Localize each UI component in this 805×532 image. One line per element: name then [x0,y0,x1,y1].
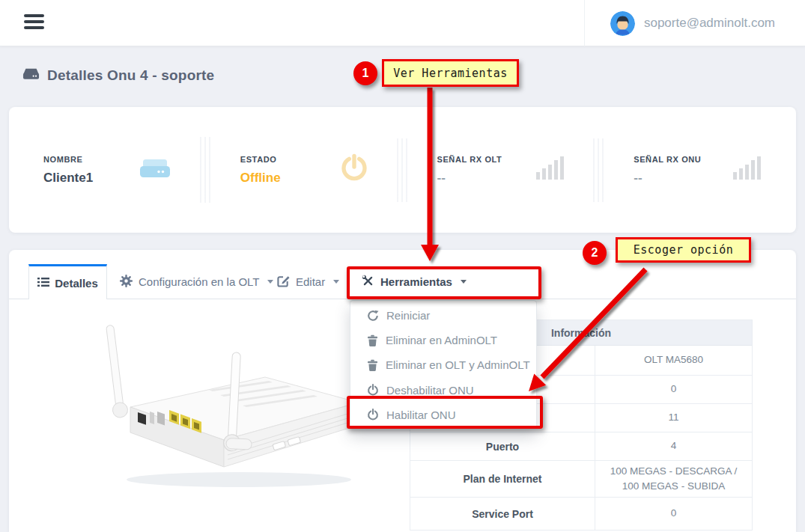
stat-value: -- [437,171,502,186]
tab-herramientas[interactable]: Herramientas [362,264,467,299]
onu-status-card: NOMBRE Cliente1 ESTADO Offline SEÑAL RX … [9,107,796,233]
stat-value: -- [634,171,701,186]
power-icon [340,153,368,186]
signal-bars-icon [732,156,762,184]
stat-value: Cliente1 [43,171,93,186]
menu-icon[interactable] [24,14,45,32]
stat-label: NOMBRE [43,155,93,164]
router-icon [139,157,171,183]
herramientas-dropdown: Reiniciar Eliminar en AdminOLT Eliminar … [350,300,537,429]
user-menu[interactable]: soporte@adminolt.com [584,0,805,46]
menu-item-reiniciar[interactable]: Reiniciar [350,303,536,328]
chevron-down-icon [461,280,467,284]
tab-detalles[interactable]: Detalles [28,264,107,299]
signal-bars-icon [535,156,565,184]
table-row: Service Port 0 [410,498,752,530]
stat-senal-rx-olt: SEÑAL RX OLT -- [403,155,600,186]
trash-icon [367,334,378,346]
table-row: Puerto 4 [410,432,752,461]
menu-item-habilitar-onu[interactable]: Habilitar ONU [350,403,536,427]
stat-label: SEÑAL RX ONU [634,155,701,164]
list-icon [37,277,49,290]
refresh-icon [367,310,379,322]
chevron-down-icon [267,280,273,284]
stat-label: SEÑAL RX OLT [437,155,502,164]
stat-senal-rx-onu: SEÑAL RX ONU -- [599,155,796,186]
hdd-icon [22,67,40,84]
edit-icon [277,275,290,290]
onu-product-image [40,311,368,498]
power-icon [367,384,379,396]
tab-configuracion-olt[interactable]: Configuración en la OLT [120,264,273,299]
step-1-label: Ver Herramientas [382,59,519,87]
gear-icon [120,275,133,290]
stat-value: Offline [240,171,281,186]
power-icon [367,409,379,421]
chevron-down-icon [333,280,339,284]
user-email: soporte@adminolt.com [644,16,775,31]
stat-label: ESTADO [240,155,281,164]
menu-item-deshabilitar-onu[interactable]: Deshabilitar ONU [350,378,536,403]
trash-icon [367,359,378,371]
top-navbar: soporte@adminolt.com [0,0,805,46]
step-2-label: Escoger opción [616,237,751,263]
menu-item-eliminar-olt-adminolt[interactable]: Eliminar en OLT y AdminOLT [350,352,536,377]
stat-nombre: NOMBRE Cliente1 [9,155,206,186]
user-avatar [610,11,635,36]
step-1-badge: 1 [353,61,377,85]
page-title: Detalles Onu 4 - soporte [22,67,214,84]
tab-editar[interactable]: Editar [277,264,339,299]
table-row: Plan de Internet 100 MEGAS - DESCARGA / … [410,461,752,498]
tools-icon [362,275,374,290]
step-2-badge: 2 [583,241,607,265]
menu-item-eliminar-adminolt[interactable]: Eliminar en AdminOLT [350,328,536,352]
stat-estado: ESTADO Offline [206,153,403,186]
